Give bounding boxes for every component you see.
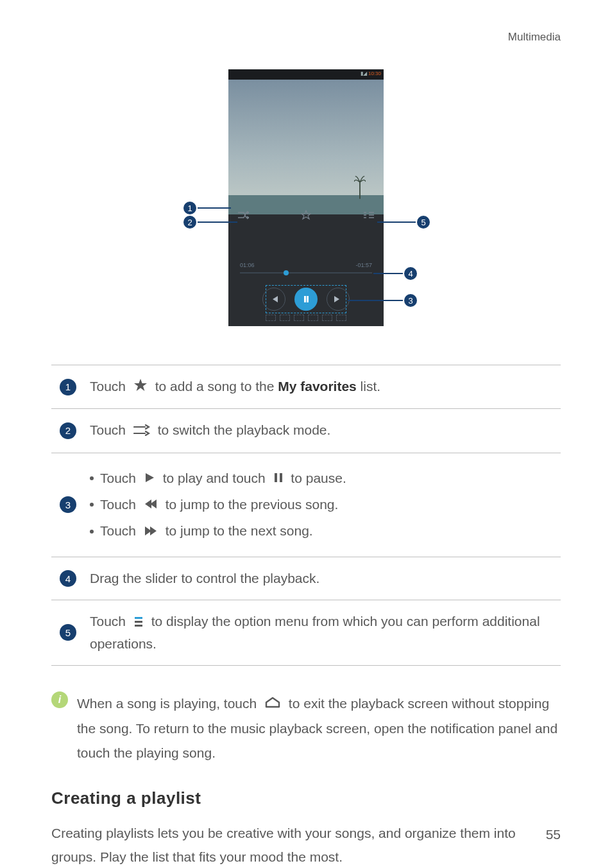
callout-5: 5 <box>377 216 430 229</box>
row-num: 1 <box>60 379 76 395</box>
status-time: 10:30 <box>368 71 381 76</box>
row-num: 2 <box>60 422 76 439</box>
section-heading: Creating a playlist <box>51 788 561 808</box>
page-number: 55 <box>546 827 561 842</box>
star-icon <box>133 377 148 399</box>
shuffle-icon <box>133 421 150 442</box>
status-bar: ▮◢ 10:30 <box>228 69 384 80</box>
info-note: i When a song is playing, touch to exit … <box>51 691 561 765</box>
time-elapsed: 01:06 <box>240 262 255 268</box>
time-remaining: -01:57 <box>355 262 372 268</box>
next-icon <box>144 521 158 543</box>
previous-icon <box>144 494 158 516</box>
info-icon: i <box>51 691 68 708</box>
section-paragraph: Creating playlists lets you be creative … <box>51 821 561 868</box>
star-icon-shot <box>301 210 311 220</box>
callout-4: 4 <box>373 267 417 280</box>
table-row: 1 Touch to add a song to the My favorite… <box>51 365 561 409</box>
pause-icon <box>273 468 284 490</box>
home-icon <box>264 692 281 716</box>
menu-icon <box>133 612 144 634</box>
table-row: 4 Drag the slider to control the playbac… <box>51 557 561 600</box>
row-num: 3 <box>60 496 76 513</box>
row-num: 5 <box>60 624 76 641</box>
svg-rect-1 <box>135 621 142 623</box>
row-num: 4 <box>60 570 76 587</box>
play-icon <box>144 468 155 490</box>
queue-icon <box>363 211 375 220</box>
table-row: 3 Touch to play and touch to pause. Touc… <box>51 453 561 557</box>
phone-screenshot: ▮◢ 10:30 01:06 -01:57 <box>228 69 384 326</box>
table-row: 2 Touch to switch the playback mode. <box>51 409 561 453</box>
table-row: 5 Touch to display the option menu from … <box>51 600 561 665</box>
callout-1: 1 <box>183 202 231 214</box>
shuffle-icon <box>237 211 249 220</box>
callout-2: 2 <box>183 216 237 229</box>
screenshot-figure: ▮◢ 10:30 01:06 -01:57 <box>51 69 561 326</box>
svg-rect-0 <box>135 617 142 619</box>
callout-table: 1 Touch to add a song to the My favorite… <box>51 365 561 666</box>
svg-rect-2 <box>135 625 142 627</box>
callout-3: 3 <box>348 294 417 307</box>
section-header: Multimedia <box>51 31 561 44</box>
